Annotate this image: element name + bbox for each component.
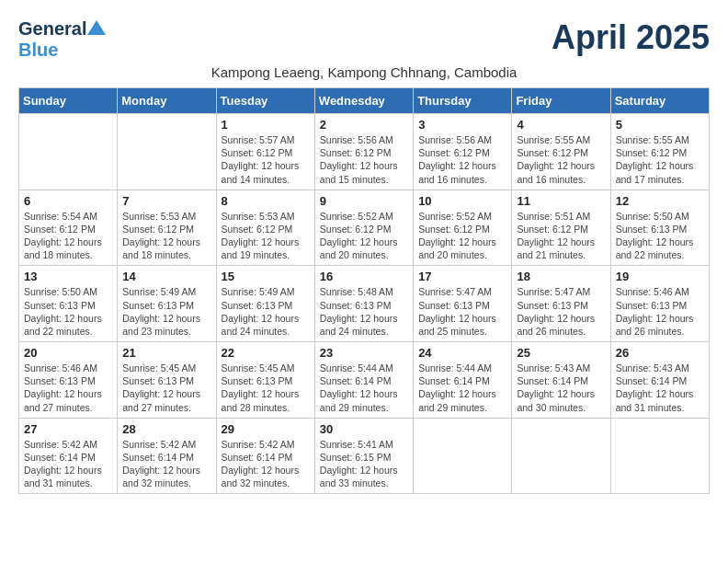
day-number: 19 [616, 270, 704, 283]
day-number: 29 [222, 422, 310, 436]
calendar-day-cell: 1Sunrise: 5:57 AM Sunset: 6:12 PM Daylig… [216, 114, 314, 190]
calendar-day-cell: 13Sunrise: 5:50 AM Sunset: 6:13 PM Dayli… [19, 266, 118, 342]
calendar-day-cell: 4Sunrise: 5:55 AM Sunset: 6:12 PM Daylig… [512, 114, 610, 190]
calendar-day-cell: 2Sunrise: 5:56 AM Sunset: 6:12 PM Daylig… [314, 114, 413, 190]
day-info: Sunrise: 5:54 AM Sunset: 6:12 PM Dayligh… [24, 210, 112, 262]
month-title: April 2025 [552, 18, 710, 57]
day-number: 17 [418, 270, 506, 283]
day-number: 9 [320, 194, 408, 208]
calendar-day-cell: 5Sunrise: 5:55 AM Sunset: 6:12 PM Daylig… [610, 114, 709, 190]
calendar-subtitle: Kampong Leaeng, Kampong Chhnang, Cambodi… [18, 64, 710, 80]
day-info: Sunrise: 5:50 AM Sunset: 6:13 PM Dayligh… [24, 285, 112, 338]
logo-icon [87, 18, 106, 37]
logo-blue-text: Blue [18, 40, 58, 60]
calendar-day-cell: 24Sunrise: 5:44 AM Sunset: 6:14 PM Dayli… [414, 342, 512, 419]
calendar-day-cell: 11Sunrise: 5:51 AM Sunset: 6:12 PM Dayli… [512, 190, 610, 266]
calendar-day-cell: 14Sunrise: 5:49 AM Sunset: 6:13 PM Dayli… [118, 266, 216, 342]
day-number: 15 [222, 270, 310, 283]
day-info: Sunrise: 5:56 AM Sunset: 6:12 PM Dayligh… [418, 133, 506, 186]
day-number: 20 [24, 346, 112, 360]
day-info: Sunrise: 5:49 AM Sunset: 6:13 PM Dayligh… [222, 285, 310, 338]
day-number: 23 [320, 346, 408, 360]
calendar-day-cell [19, 114, 118, 190]
day-info: Sunrise: 5:45 AM Sunset: 6:13 PM Dayligh… [122, 362, 210, 414]
day-info: Sunrise: 5:44 AM Sunset: 6:14 PM Dayligh… [418, 362, 506, 414]
calendar-day-cell: 23Sunrise: 5:44 AM Sunset: 6:14 PM Dayli… [314, 342, 413, 419]
day-info: Sunrise: 5:51 AM Sunset: 6:12 PM Dayligh… [517, 210, 605, 262]
calendar-week-4: 20Sunrise: 5:46 AM Sunset: 6:13 PM Dayli… [19, 342, 710, 419]
calendar-day-cell [118, 114, 216, 190]
day-number: 14 [122, 270, 210, 283]
calendar-day-cell: 30Sunrise: 5:41 AM Sunset: 6:15 PM Dayli… [314, 418, 413, 494]
day-number: 1 [222, 118, 310, 132]
calendar-week-2: 6Sunrise: 5:54 AM Sunset: 6:12 PM Daylig… [19, 190, 710, 266]
day-info: Sunrise: 5:48 AM Sunset: 6:13 PM Dayligh… [320, 285, 408, 338]
day-info: Sunrise: 5:45 AM Sunset: 6:13 PM Dayligh… [222, 362, 310, 414]
calendar-week-3: 13Sunrise: 5:50 AM Sunset: 6:13 PM Dayli… [19, 266, 710, 342]
day-number: 2 [320, 118, 408, 132]
calendar-day-cell: 15Sunrise: 5:49 AM Sunset: 6:13 PM Dayli… [216, 266, 314, 342]
calendar-day-cell: 10Sunrise: 5:52 AM Sunset: 6:12 PM Dayli… [414, 190, 512, 266]
weekday-header-tuesday: Tuesday [216, 88, 314, 114]
day-info: Sunrise: 5:46 AM Sunset: 6:13 PM Dayligh… [24, 362, 112, 414]
day-number: 8 [222, 194, 310, 208]
day-number: 12 [616, 194, 704, 208]
day-info: Sunrise: 5:47 AM Sunset: 6:13 PM Dayligh… [418, 285, 506, 338]
day-info: Sunrise: 5:53 AM Sunset: 6:12 PM Dayligh… [222, 210, 310, 262]
calendar-day-cell: 17Sunrise: 5:47 AM Sunset: 6:13 PM Dayli… [414, 266, 512, 342]
calendar-day-cell: 19Sunrise: 5:46 AM Sunset: 6:13 PM Dayli… [610, 266, 709, 342]
day-number: 30 [320, 422, 408, 436]
day-info: Sunrise: 5:42 AM Sunset: 6:14 PM Dayligh… [222, 438, 310, 490]
calendar-day-cell: 9Sunrise: 5:52 AM Sunset: 6:12 PM Daylig… [314, 190, 413, 266]
day-info: Sunrise: 5:49 AM Sunset: 6:13 PM Dayligh… [122, 285, 210, 338]
day-number: 11 [517, 194, 605, 208]
calendar-week-1: 1Sunrise: 5:57 AM Sunset: 6:12 PM Daylig… [19, 114, 710, 190]
svg-marker-0 [87, 20, 106, 35]
day-info: Sunrise: 5:42 AM Sunset: 6:14 PM Dayligh… [24, 438, 112, 490]
calendar-table: SundayMondayTuesdayWednesdayThursdayFrid… [18, 87, 710, 494]
day-number: 21 [122, 346, 210, 360]
calendar-day-cell [610, 418, 709, 494]
day-number: 25 [517, 346, 605, 360]
weekday-header-friday: Friday [512, 88, 610, 114]
day-number: 4 [517, 118, 605, 132]
weekday-header-wednesday: Wednesday [314, 88, 413, 114]
day-number: 10 [418, 194, 506, 208]
calendar-day-cell: 18Sunrise: 5:47 AM Sunset: 6:13 PM Dayli… [512, 266, 610, 342]
day-info: Sunrise: 5:55 AM Sunset: 6:12 PM Dayligh… [616, 133, 704, 186]
day-info: Sunrise: 5:52 AM Sunset: 6:12 PM Dayligh… [418, 210, 506, 262]
calendar-day-cell: 3Sunrise: 5:56 AM Sunset: 6:12 PM Daylig… [414, 114, 512, 190]
page-header: General Blue April 2025 [18, 18, 710, 61]
day-number: 18 [517, 270, 605, 283]
day-number: 6 [24, 194, 112, 208]
weekday-header-sunday: Sunday [19, 88, 118, 114]
day-number: 22 [222, 346, 310, 360]
calendar-day-cell: 28Sunrise: 5:42 AM Sunset: 6:14 PM Dayli… [118, 418, 216, 494]
day-number: 28 [122, 422, 210, 436]
calendar-day-cell: 25Sunrise: 5:43 AM Sunset: 6:14 PM Dayli… [512, 342, 610, 419]
day-info: Sunrise: 5:44 AM Sunset: 6:14 PM Dayligh… [320, 362, 408, 414]
calendar-day-cell [414, 418, 512, 494]
weekday-header-row: SundayMondayTuesdayWednesdayThursdayFrid… [19, 88, 710, 114]
day-info: Sunrise: 5:53 AM Sunset: 6:12 PM Dayligh… [122, 210, 210, 262]
calendar-day-cell: 26Sunrise: 5:43 AM Sunset: 6:14 PM Dayli… [610, 342, 709, 419]
calendar-day-cell: 27Sunrise: 5:42 AM Sunset: 6:14 PM Dayli… [19, 418, 118, 494]
day-info: Sunrise: 5:41 AM Sunset: 6:15 PM Dayligh… [320, 438, 408, 490]
logo-general-text: General [18, 18, 86, 40]
day-number: 13 [24, 270, 112, 283]
day-info: Sunrise: 5:50 AM Sunset: 6:13 PM Dayligh… [616, 210, 704, 262]
day-number: 24 [418, 346, 506, 360]
calendar-day-cell: 29Sunrise: 5:42 AM Sunset: 6:14 PM Dayli… [216, 418, 314, 494]
calendar-week-5: 27Sunrise: 5:42 AM Sunset: 6:14 PM Dayli… [19, 418, 710, 494]
calendar-day-cell [512, 418, 610, 494]
calendar-day-cell: 16Sunrise: 5:48 AM Sunset: 6:13 PM Dayli… [314, 266, 413, 342]
weekday-header-monday: Monday [118, 88, 216, 114]
day-number: 26 [616, 346, 704, 360]
day-info: Sunrise: 5:47 AM Sunset: 6:13 PM Dayligh… [517, 285, 605, 338]
day-number: 27 [24, 422, 112, 436]
day-info: Sunrise: 5:56 AM Sunset: 6:12 PM Dayligh… [320, 133, 408, 186]
day-info: Sunrise: 5:43 AM Sunset: 6:14 PM Dayligh… [616, 362, 704, 414]
day-info: Sunrise: 5:42 AM Sunset: 6:14 PM Dayligh… [122, 438, 210, 490]
day-number: 7 [122, 194, 210, 208]
weekday-header-saturday: Saturday [610, 88, 709, 114]
